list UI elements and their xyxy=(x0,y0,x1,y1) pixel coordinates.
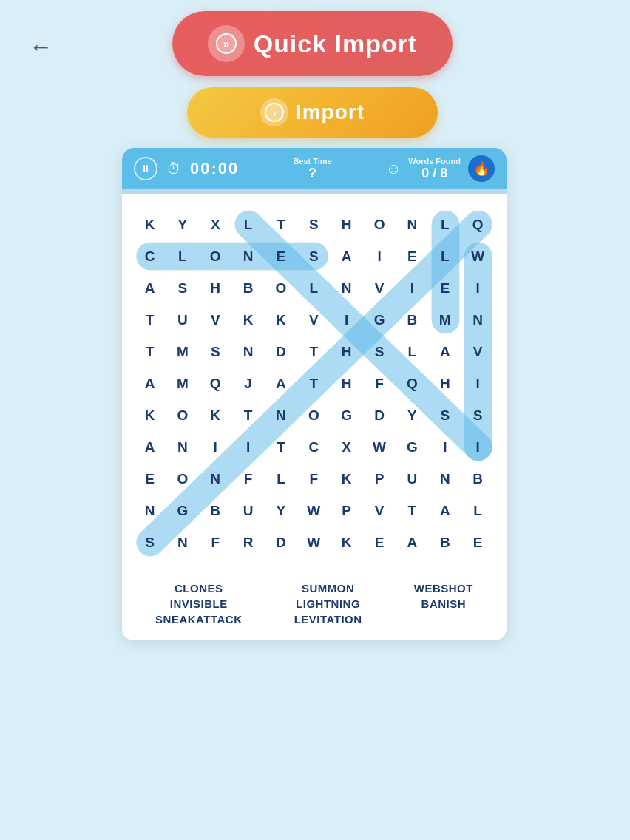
grid-cell[interactable]: L xyxy=(429,240,461,272)
grid-cell[interactable]: N xyxy=(200,463,231,495)
grid-cell[interactable]: T xyxy=(265,431,297,463)
grid-cell[interactable]: S xyxy=(134,526,166,558)
grid-cell[interactable]: N xyxy=(429,463,461,495)
grid-cell[interactable]: R xyxy=(232,526,264,558)
grid-cell[interactable]: E xyxy=(134,463,166,495)
grid-cell[interactable]: U xyxy=(166,304,198,336)
grid-cell[interactable]: H xyxy=(200,272,231,304)
grid-cell[interactable]: T xyxy=(396,495,428,526)
grid-cell[interactable]: X xyxy=(200,209,231,240)
grid-cell[interactable]: T xyxy=(265,209,297,240)
grid-cell[interactable]: M xyxy=(166,368,198,399)
grid-cell[interactable]: N xyxy=(462,304,494,336)
grid-cell[interactable]: Q xyxy=(396,368,428,399)
back-button[interactable]: ← xyxy=(22,28,59,65)
grid-cell[interactable]: W xyxy=(364,431,396,463)
grid-cell[interactable]: H xyxy=(429,368,461,399)
grid-cell[interactable]: O xyxy=(166,463,198,495)
grid-cell[interactable]: B xyxy=(200,495,231,526)
grid-cell[interactable]: L xyxy=(265,463,297,495)
grid-cell[interactable]: K xyxy=(134,399,166,431)
grid-cell[interactable]: T xyxy=(232,399,264,431)
grid-cell[interactable]: K xyxy=(331,463,362,495)
grid-cell[interactable]: N xyxy=(232,336,264,368)
pause-button[interactable]: ⏸ xyxy=(134,157,158,180)
grid-cell[interactable]: I xyxy=(364,240,396,272)
grid-cell[interactable]: J xyxy=(232,368,264,399)
grid-cell[interactable]: S xyxy=(298,209,330,240)
grid-cell[interactable]: D xyxy=(265,526,297,558)
grid-cell[interactable]: B xyxy=(232,272,264,304)
grid-cell[interactable]: V xyxy=(462,336,494,368)
grid-cell[interactable]: N xyxy=(232,240,264,272)
grid-cell[interactable]: K xyxy=(232,304,264,336)
grid-cell[interactable]: F xyxy=(364,368,396,399)
grid-cell[interactable]: W xyxy=(462,240,494,272)
grid-cell[interactable]: N xyxy=(134,495,166,526)
grid-cell[interactable]: Q xyxy=(462,209,494,240)
grid-cell[interactable]: V xyxy=(200,304,231,336)
grid-cell[interactable]: M xyxy=(166,336,198,368)
grid-cell[interactable]: U xyxy=(396,463,428,495)
grid-cell[interactable]: A xyxy=(331,240,362,272)
grid-cell[interactable]: W xyxy=(298,495,330,526)
grid-cell[interactable]: O xyxy=(200,240,231,272)
grid-cell[interactable]: M xyxy=(429,304,461,336)
grid-cell[interactable]: H xyxy=(331,209,362,240)
grid-cell[interactable]: O xyxy=(298,399,330,431)
grid-cell[interactable]: A xyxy=(134,431,166,463)
grid-cell[interactable]: S xyxy=(200,336,231,368)
import-button[interactable]: › Import xyxy=(187,87,438,138)
grid-cell[interactable]: A xyxy=(134,368,166,399)
grid-cell[interactable]: N xyxy=(265,399,297,431)
grid-cell[interactable]: I xyxy=(396,272,428,304)
grid-cell[interactable]: L xyxy=(396,336,428,368)
grid-cell[interactable]: T xyxy=(134,304,166,336)
grid-cell[interactable]: V xyxy=(364,272,396,304)
grid-cell[interactable]: S xyxy=(166,272,198,304)
grid-cell[interactable]: I xyxy=(462,272,494,304)
grid-cell[interactable]: I xyxy=(462,431,494,463)
grid-cell[interactable]: O xyxy=(265,272,297,304)
grid-cell[interactable]: P xyxy=(331,495,362,526)
quick-import-button[interactable]: » Quick Import xyxy=(172,11,453,76)
grid-cell[interactable]: O xyxy=(364,209,396,240)
grid-cell[interactable]: S xyxy=(364,336,396,368)
grid-cell[interactable]: A xyxy=(265,368,297,399)
grid-cell[interactable]: S xyxy=(429,399,461,431)
grid-cell[interactable]: I xyxy=(200,431,231,463)
grid-cell[interactable]: E xyxy=(396,240,428,272)
grid-cell[interactable]: I xyxy=(462,368,494,399)
grid-cell[interactable]: G xyxy=(166,495,198,526)
grid-cell[interactable]: Q xyxy=(200,368,231,399)
grid-cell[interactable]: A xyxy=(396,526,428,558)
grid-cell[interactable]: A xyxy=(134,272,166,304)
grid-cell[interactable]: E xyxy=(462,526,494,558)
grid-cell[interactable]: D xyxy=(265,336,297,368)
grid-cell[interactable]: B xyxy=(462,463,494,495)
grid-cell[interactable]: I xyxy=(232,431,264,463)
grid-cell[interactable]: K xyxy=(200,399,231,431)
grid-cell[interactable]: F xyxy=(298,463,330,495)
grid-cell[interactable]: I xyxy=(429,431,461,463)
grid-cell[interactable]: A xyxy=(429,495,461,526)
grid-cell[interactable]: N xyxy=(166,526,198,558)
grid-cell[interactable]: K xyxy=(265,304,297,336)
grid-cell[interactable]: T xyxy=(298,368,330,399)
grid-cell[interactable]: D xyxy=(364,399,396,431)
grid-cell[interactable]: O xyxy=(166,399,198,431)
grid-cell[interactable]: V xyxy=(364,495,396,526)
grid-cell[interactable]: V xyxy=(298,304,330,336)
grid-cell[interactable]: N xyxy=(396,209,428,240)
grid-cell[interactable]: H xyxy=(331,336,362,368)
hint-button[interactable]: 🔥 xyxy=(468,155,495,182)
grid-cell[interactable]: H xyxy=(331,368,362,399)
grid-cell[interactable]: Y xyxy=(265,495,297,526)
grid-cell[interactable]: I xyxy=(331,304,362,336)
grid-cell[interactable]: E xyxy=(429,272,461,304)
grid-cell[interactable]: L xyxy=(166,240,198,272)
grid-cell[interactable]: F xyxy=(200,526,231,558)
grid-cell[interactable]: U xyxy=(232,495,264,526)
grid-cell[interactable]: G xyxy=(331,399,362,431)
grid-cell[interactable]: K xyxy=(331,526,362,558)
